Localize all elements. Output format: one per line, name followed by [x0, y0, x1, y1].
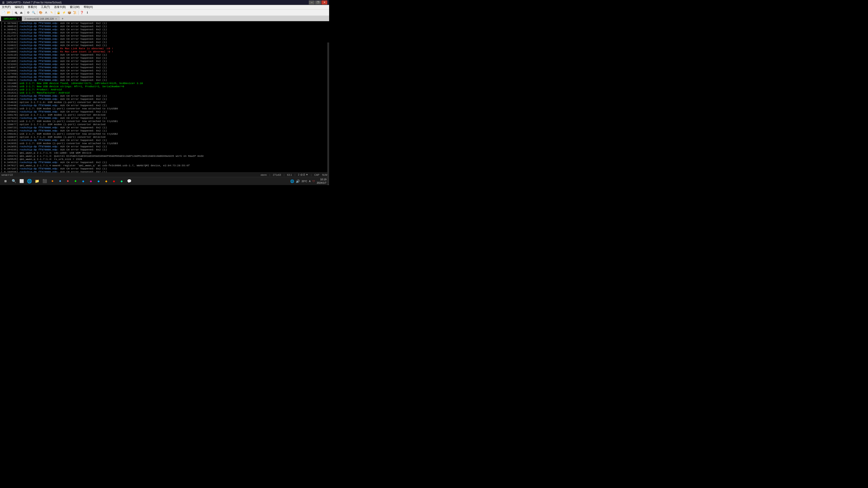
tray-antivirus[interactable]: 🛡	[312, 180, 315, 183]
taskbar-icon-terminal[interactable]: ⬛	[41, 177, 49, 185]
add-tab-button[interactable]: +	[60, 17, 65, 21]
toolbar: 📄 📂 🔌 ⏏ ⚙ 🔍 🎨 A ✎ 🔒 ⚡ 📦 📜 ❓ ℹ	[0, 9, 329, 16]
tray-volume[interactable]: 🔊	[296, 180, 300, 183]
terminal-line: [ 9.323263] rockchip-dp ff970000.edp: AU…	[1, 63, 328, 66]
taskbar-icon-browser3[interactable]: ●	[64, 177, 71, 185]
statusbar: serial://:22 xterm | 271x63 | 63.1 | 2 会…	[0, 172, 329, 177]
toolbar-separator-3	[37, 11, 37, 15]
terminal-line: [ 9.330241] rockchip-dp ff970000.edp: AU…	[1, 78, 328, 82]
terminal-line: [ 9.324667] rockchip-dp ff970000.edp: AU…	[1, 66, 328, 69]
titlebar-controls: ─ ❐ ✕	[309, 0, 327, 4]
menu-window[interactable]: 窗口(W)	[69, 5, 81, 9]
help-button[interactable]: ❓	[79, 10, 84, 15]
tray-temp: 20°C	[302, 180, 307, 183]
taskbar-icon-browser1[interactable]: ●	[49, 177, 56, 185]
taskbar-icon-wechat[interactable]: 💬	[126, 177, 133, 185]
search-button[interactable]: 🔍	[31, 10, 36, 15]
menu-help[interactable]: 帮助(H)	[83, 5, 94, 9]
scrollbar[interactable]	[327, 42, 329, 185]
terminal-line: [ 9.331514] usb 2-1.7: Product: Android	[1, 88, 328, 91]
num-indicator: NUM	[322, 173, 328, 176]
taskbar-icon-browser2[interactable]: ●	[57, 177, 64, 185]
terminal-line: [ 9.327459] rockchip-dp ff970000.edp: AU…	[1, 72, 328, 75]
toolbar-separator-4	[55, 11, 55, 15]
terminal-line: [ 9.320494] rockchip-dp ff970000.edp: AU…	[1, 57, 328, 60]
terminal-line: [ 9.337323] rockchip-dp ff970000.edp: AU…	[1, 117, 328, 120]
menu-tools[interactable]: 工具(T)	[40, 5, 51, 9]
session-status: serial://:22	[1, 173, 13, 176]
tray-lang[interactable]: A	[309, 180, 311, 183]
script-button[interactable]: 📜	[72, 10, 77, 15]
terminal-line: [ 9.318809] rockchip-dp ff970000.edp: Rx…	[1, 50, 328, 53]
scroll-thumb[interactable]	[328, 185, 329, 185]
terminal-line: [ 9.345525] rockchip-dp ff970000.edp: AU…	[1, 161, 328, 164]
terminal-line: [ 9.308515] rockchip-dp ff970000.edp: AU…	[1, 25, 328, 28]
main-content: [ 9.307088] rockchip-dp ff970000.edp: AU…	[0, 21, 329, 172]
terminal-line: [ 9.340937] option 2-1.7:1.3: GSM modem …	[1, 135, 328, 139]
taskbar: ⊞ 🔍 ⬜ 🌐 📁 ⬛ ● ● ● ● ◆ ◆ ◆ ◆ ◆ ◆ 💬 🌐 🔊 20…	[0, 177, 329, 185]
terminal-line: [ 9.348556] rockchip-dp ff970000.edp: AU…	[1, 170, 328, 172]
macro-button[interactable]: ⚡	[61, 10, 66, 15]
terminal-line: [ 9.340134] rockchip-dp ff970000.edp: AU…	[1, 129, 328, 132]
terminal-line: [ 9.340191] usb 2-1.7: GSM modem (1-port…	[1, 132, 328, 135]
terminal-line: [ 9.341533] rockchip-dp ff970000.edp: AU…	[1, 139, 328, 142]
terminal-line: [ 9.315534] rockchip-dp ff970000.edp: AU…	[1, 41, 328, 44]
connect-button[interactable]: 🔌	[13, 10, 18, 15]
taskbar-icon-app3[interactable]: ◆	[95, 177, 102, 185]
taskbar-icon-app4[interactable]: ◆	[103, 177, 110, 185]
tab-1-close[interactable]: ✕	[18, 18, 20, 20]
terminal-line: [ 9.342855] rockchip-dp ff970000.edp: AU…	[1, 145, 328, 148]
tab-2-label: 2 rootroot192.168.186.228	[24, 18, 54, 20]
restore-button[interactable]: ❐	[315, 0, 321, 4]
tab-2-close[interactable]: ✕	[55, 18, 57, 20]
session-count: 2 会话 ▼	[298, 173, 308, 176]
titlebar-title: 1M5UART3 - Xshell 7 (Free for Home/Schoo…	[6, 1, 62, 4]
statusbar-right: xterm | 271x63 | 63.1 | 2 会话 ▼ | CAP NUM	[260, 173, 328, 176]
menu-file[interactable]: 文件(F)	[1, 5, 11, 9]
terminal-line: [ 9.331480] usb 2-1.7: New USB device fo…	[1, 82, 328, 85]
titlebar: 🖥 1M5UART3 - Xshell 7 (Free for Home/Sch…	[0, 0, 329, 5]
open-button[interactable]: 📂	[6, 10, 11, 15]
terminal-line: [ 9.344335] rockchip-dp ff970000.edp: AU…	[1, 148, 328, 151]
tray-network[interactable]: 🌐	[290, 180, 294, 183]
terminal-line: [ 9.321885] rockchip-dp ff970000.edp: AU…	[1, 60, 328, 63]
disconnect-button[interactable]: ⏏	[19, 10, 24, 15]
menu-tabs[interactable]: 选项卡(B)	[53, 5, 67, 9]
taskbar-icon-app1[interactable]: ◆	[80, 177, 87, 185]
cap-indicator: CAP	[314, 173, 319, 176]
taskbar-icon-app2[interactable]: ◆	[87, 177, 94, 185]
taskbar-icon-search[interactable]: 🔍	[10, 177, 18, 185]
terminal-line: [ 9.334440] rockchip-dp ff970000.edp: AU…	[1, 104, 328, 107]
minimize-button[interactable]: ─	[309, 0, 315, 4]
new-session-button[interactable]: 📄	[1, 10, 6, 15]
highlight-button[interactable]: ✎	[49, 10, 54, 15]
terminal-line: [ 9.326060] rockchip-dp ff970000.edp: AU…	[1, 69, 328, 72]
settings-button[interactable]: ⚙	[26, 10, 31, 15]
taskbar-icon-browser4[interactable]: ●	[72, 177, 79, 185]
tab-1-label: 1M5UART3	[3, 18, 16, 20]
terminal[interactable]: [ 9.307088] rockchip-dp ff970000.edp: AU…	[0, 21, 329, 172]
terminal-line: [ 9.335892] rockchip-dp ff970000.edp: AU…	[1, 110, 328, 113]
terminal-line: [ 9.347167] rockchip-dp ff970000.edp: AU…	[1, 167, 328, 170]
transfer-button[interactable]: 📦	[67, 10, 72, 15]
terminal-line: [ 9.335155] usb 2-1.7: GSM modem (1-port…	[1, 107, 328, 110]
info-button[interactable]: ℹ	[85, 10, 90, 15]
taskbar-icon-files[interactable]: 📁	[33, 177, 41, 185]
clock[interactable]: 10:19 2024/1/7	[317, 178, 327, 184]
tab-rootroot[interactable]: 2 rootroot192.168.186.228 ✕	[22, 16, 59, 21]
taskbar-icon-app6[interactable]: ◆	[118, 177, 125, 185]
color-button[interactable]: 🎨	[38, 10, 43, 15]
terminal-line: [ 9.316922] rockchip-dp ff970000.edp: AU…	[1, 44, 328, 47]
menu-edit[interactable]: 编辑(E)	[14, 5, 25, 9]
taskbar-icon-taskview[interactable]: ⬜	[18, 177, 25, 185]
menu-view[interactable]: 查看(V)	[27, 5, 38, 9]
tabbar: 1M5UART3 ✕ 2 rootroot192.168.186.228 ✕ +	[0, 16, 329, 21]
font-button[interactable]: A	[43, 10, 49, 15]
taskbar-icon-app5[interactable]: ◆	[110, 177, 118, 185]
close-button[interactable]: ✕	[321, 0, 327, 4]
menubar: 文件(F) 编辑(E) 查看(V) 工具(T) 选项卡(B) 窗口(W) 帮助(…	[0, 5, 329, 9]
lock-button[interactable]: 🔒	[56, 10, 61, 15]
tab-1m5uart3[interactable]: 1M5UART3 ✕	[1, 16, 22, 21]
start-button[interactable]: ⊞	[1, 177, 10, 185]
taskbar-icon-edge[interactable]: 🌐	[26, 177, 33, 185]
